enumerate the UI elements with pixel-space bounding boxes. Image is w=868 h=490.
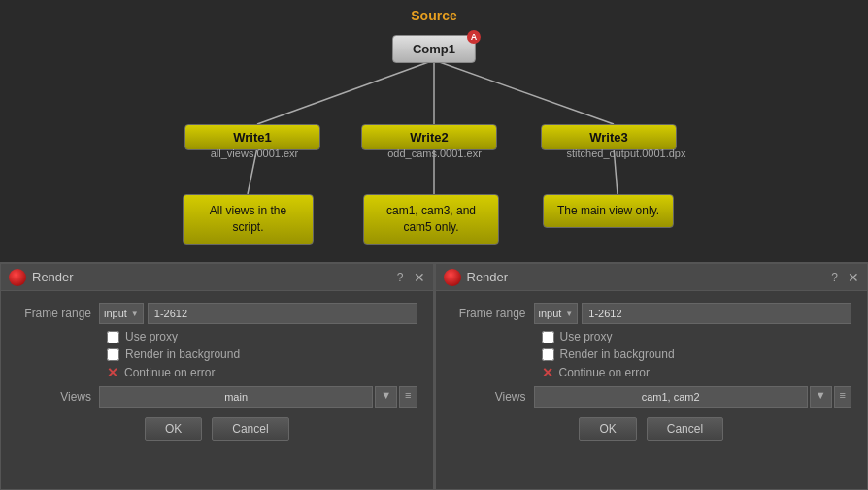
write2-label: Write2 (410, 130, 449, 145)
comp-node[interactable]: Comp1 A (392, 35, 476, 63)
dialogs-row: Render ? ✕ Frame range input ▼ Use proxy… (0, 262, 868, 490)
views-row-2: Views ▼ ≡ (451, 386, 852, 408)
write3-label: Write3 (589, 130, 628, 145)
source-label: Source (411, 8, 456, 23)
views-label-1: Views (17, 390, 99, 404)
frame-range-input-2[interactable] (582, 303, 851, 324)
views-input-1[interactable] (99, 386, 373, 408)
dialog-2-title: Render (467, 270, 832, 284)
frame-range-dropdown-1-value: input (104, 308, 127, 319)
views-extra-btn-1[interactable]: ≡ (399, 386, 417, 408)
views-input-2[interactable] (534, 386, 808, 408)
desc-box-3-text: The main view only. (557, 204, 659, 217)
dialog-1-title: Render (32, 270, 397, 284)
graph-area: Source Comp1 A Write1 all_views.0001.exr… (0, 0, 868, 262)
render-bg-label-1: Render in background (125, 347, 240, 361)
x-mark-2: ✕ (542, 365, 553, 380)
continue-error-row-2: ✕ Continue on error (451, 365, 852, 380)
use-proxy-row-1: Use proxy (17, 330, 417, 343)
views-menu-btn-2[interactable]: ▼ (810, 386, 832, 408)
cancel-button-2[interactable]: Cancel (647, 417, 723, 441)
views-label-2: Views (451, 390, 534, 404)
use-proxy-checkbox-2[interactable] (542, 331, 554, 343)
desc-box-1-text: All views in the script. (210, 204, 286, 234)
dialog-2: Render ? ✕ Frame range input ▼ Use proxy… (435, 262, 869, 490)
write2-filename: odd_cams.0001.exr (345, 147, 524, 159)
render-bg-label-2: Render in background (560, 347, 675, 361)
write3-node[interactable]: Write3 (541, 124, 677, 150)
write1-label: Write1 (233, 130, 272, 145)
frame-range-label-2: Frame range (451, 307, 534, 320)
frame-range-input-1[interactable] (148, 303, 417, 324)
comp-node-badge: A (467, 30, 481, 44)
render-bg-row-1: Render in background (17, 347, 417, 361)
render-bg-checkbox-1[interactable] (107, 348, 119, 361)
ok-button-1[interactable]: OK (145, 417, 202, 441)
use-proxy-row-2: Use proxy (451, 330, 852, 343)
continue-error-row-1: ✕ Continue on error (17, 365, 417, 380)
continue-error-label-2: Continue on error (559, 366, 650, 379)
dialog-1-help[interactable]: ? (397, 271, 404, 284)
buttons-row-2: OK Cancel (451, 417, 852, 441)
views-menu-btn-1[interactable]: ▼ (375, 386, 397, 408)
svg-line-0 (257, 60, 434, 124)
dropdown-arrow-2: ▼ (565, 310, 573, 318)
dialog-1-body: Frame range input ▼ Use proxy Render in … (1, 291, 433, 452)
dialog-2-body: Frame range input ▼ Use proxy Render in … (436, 291, 868, 452)
dialog-1-close[interactable]: ✕ (414, 270, 425, 285)
cancel-button-1[interactable]: Cancel (212, 417, 288, 441)
dialog-2-close[interactable]: ✕ (848, 270, 859, 285)
render-bg-row-2: Render in background (451, 347, 852, 361)
buttons-row-1: OK Cancel (17, 417, 417, 441)
write3-filename: stitched_output.0001.dpx (529, 147, 723, 159)
frame-range-dropdown-2[interactable]: input ▼ (534, 303, 579, 324)
use-proxy-label-2: Use proxy (560, 330, 613, 343)
svg-line-2 (434, 60, 614, 124)
frame-range-label-1: Frame range (17, 307, 99, 320)
dropdown-arrow-1: ▼ (131, 310, 139, 318)
dialog-1-icon (9, 269, 26, 286)
frame-range-row-2: Frame range input ▼ (451, 303, 852, 324)
views-extra-btn-2[interactable]: ≡ (834, 386, 851, 408)
dialog-2-header: Render ? ✕ (436, 264, 868, 291)
frame-range-dropdown-2-value: input (539, 308, 562, 319)
desc-box-3: The main view only. (543, 194, 674, 228)
dialog-2-help[interactable]: ? (831, 271, 838, 284)
frame-range-dropdown-1[interactable]: input ▼ (99, 303, 144, 324)
write2-node[interactable]: Write2 (361, 124, 497, 150)
dialog-1-header: Render ? ✕ (1, 264, 433, 291)
render-bg-checkbox-2[interactable] (542, 348, 554, 361)
x-mark-1: ✕ (107, 365, 118, 380)
use-proxy-label-1: Use proxy (125, 330, 178, 343)
use-proxy-checkbox-1[interactable] (107, 331, 119, 343)
desc-box-1: All views in the script. (183, 194, 314, 245)
ok-button-2[interactable]: OK (579, 417, 636, 441)
write1-node[interactable]: Write1 (184, 124, 320, 150)
dialog-1: Render ? ✕ Frame range input ▼ Use proxy… (0, 262, 434, 490)
comp-node-label: Comp1 (413, 42, 455, 56)
views-row-1: Views ▼ ≡ (17, 386, 417, 408)
continue-error-label-1: Continue on error (124, 366, 215, 379)
dialog-2-icon (444, 269, 461, 286)
desc-box-2: cam1, cam3, and cam5 only. (363, 194, 499, 245)
desc-box-2-text: cam1, cam3, and cam5 only. (386, 204, 476, 234)
write1-filename: all_views.0001.exr (157, 147, 351, 159)
frame-range-row-1: Frame range input ▼ (17, 303, 417, 324)
